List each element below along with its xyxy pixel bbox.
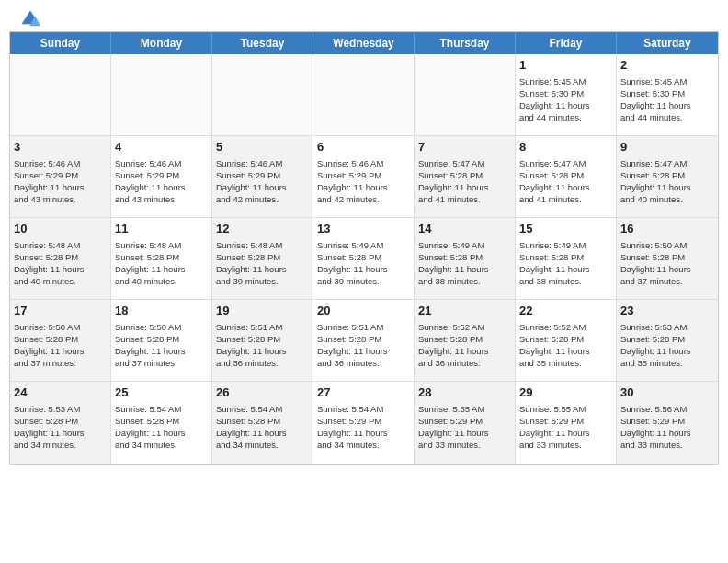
calendar-cell: 29Sunrise: 5:55 AM Sunset: 5:29 PM Dayli… xyxy=(516,382,617,464)
day-number: 13 xyxy=(317,221,410,237)
calendar-cell xyxy=(415,54,516,135)
calendar-cell: 23Sunrise: 5:53 AM Sunset: 5:28 PM Dayli… xyxy=(617,300,718,381)
day-info: Sunrise: 5:56 AM Sunset: 5:29 PM Dayligh… xyxy=(620,403,714,452)
day-number: 22 xyxy=(519,303,612,319)
page-header xyxy=(0,0,728,28)
calendar-cell: 26Sunrise: 5:54 AM Sunset: 5:28 PM Dayli… xyxy=(212,382,313,464)
calendar-week: 17Sunrise: 5:50 AM Sunset: 5:28 PM Dayli… xyxy=(10,300,718,382)
weekday-header: Monday xyxy=(111,32,212,54)
day-number: 15 xyxy=(519,221,612,237)
day-info: Sunrise: 5:45 AM Sunset: 5:30 PM Dayligh… xyxy=(519,75,612,124)
weekday-header: Tuesday xyxy=(212,32,313,54)
calendar-cell: 24Sunrise: 5:53 AM Sunset: 5:28 PM Dayli… xyxy=(10,382,111,464)
day-number: 20 xyxy=(317,303,410,319)
calendar-cell: 19Sunrise: 5:51 AM Sunset: 5:28 PM Dayli… xyxy=(212,300,313,381)
calendar-cell: 21Sunrise: 5:52 AM Sunset: 5:28 PM Dayli… xyxy=(415,300,516,381)
weekday-header: Thursday xyxy=(415,32,516,54)
day-number: 21 xyxy=(418,303,511,319)
day-number: 9 xyxy=(620,139,714,155)
day-info: Sunrise: 5:48 AM Sunset: 5:28 PM Dayligh… xyxy=(14,239,107,288)
weekday-header: Saturday xyxy=(617,32,718,54)
day-number: 10 xyxy=(14,221,107,237)
day-info: Sunrise: 5:48 AM Sunset: 5:28 PM Dayligh… xyxy=(115,239,208,288)
weekday-header: Sunday xyxy=(10,32,111,54)
calendar-cell xyxy=(313,54,415,135)
calendar: SundayMondayTuesdayWednesdayThursdayFrid… xyxy=(9,31,719,465)
day-number: 8 xyxy=(519,139,612,155)
day-info: Sunrise: 5:52 AM Sunset: 5:28 PM Dayligh… xyxy=(418,321,511,370)
day-number: 3 xyxy=(14,139,107,155)
day-number: 26 xyxy=(216,385,309,401)
calendar-cell: 8Sunrise: 5:47 AM Sunset: 5:28 PM Daylig… xyxy=(516,136,617,217)
day-info: Sunrise: 5:54 AM Sunset: 5:28 PM Dayligh… xyxy=(115,403,208,452)
day-number: 2 xyxy=(620,57,714,74)
day-info: Sunrise: 5:46 AM Sunset: 5:29 PM Dayligh… xyxy=(216,157,309,206)
calendar-cell: 10Sunrise: 5:48 AM Sunset: 5:28 PM Dayli… xyxy=(10,218,111,299)
day-number: 24 xyxy=(14,385,107,401)
day-number: 17 xyxy=(14,303,107,319)
calendar-cell: 2Sunrise: 5:45 AM Sunset: 5:30 PM Daylig… xyxy=(617,54,718,135)
calendar-cell xyxy=(212,54,313,135)
calendar-cell: 27Sunrise: 5:54 AM Sunset: 5:29 PM Dayli… xyxy=(313,382,415,464)
day-info: Sunrise: 5:53 AM Sunset: 5:28 PM Dayligh… xyxy=(14,403,107,452)
day-info: Sunrise: 5:46 AM Sunset: 5:29 PM Dayligh… xyxy=(115,157,208,206)
day-info: Sunrise: 5:47 AM Sunset: 5:28 PM Dayligh… xyxy=(418,157,511,206)
day-info: Sunrise: 5:49 AM Sunset: 5:28 PM Dayligh… xyxy=(317,239,410,288)
logo-icon xyxy=(20,9,40,29)
calendar-cell: 11Sunrise: 5:48 AM Sunset: 5:28 PM Dayli… xyxy=(111,218,212,299)
day-info: Sunrise: 5:50 AM Sunset: 5:28 PM Dayligh… xyxy=(115,321,208,370)
day-info: Sunrise: 5:54 AM Sunset: 5:29 PM Dayligh… xyxy=(317,403,410,452)
day-number: 19 xyxy=(216,303,309,319)
day-info: Sunrise: 5:46 AM Sunset: 5:29 PM Dayligh… xyxy=(317,157,410,206)
day-number: 14 xyxy=(418,221,511,237)
calendar-cell: 13Sunrise: 5:49 AM Sunset: 5:28 PM Dayli… xyxy=(313,218,415,299)
day-info: Sunrise: 5:55 AM Sunset: 5:29 PM Dayligh… xyxy=(519,403,612,452)
calendar-cell: 22Sunrise: 5:52 AM Sunset: 5:28 PM Dayli… xyxy=(516,300,617,381)
calendar-week: 24Sunrise: 5:53 AM Sunset: 5:28 PM Dayli… xyxy=(10,382,718,464)
day-info: Sunrise: 5:45 AM Sunset: 5:30 PM Dayligh… xyxy=(620,75,714,124)
day-info: Sunrise: 5:49 AM Sunset: 5:28 PM Dayligh… xyxy=(418,239,511,288)
calendar-cell: 20Sunrise: 5:51 AM Sunset: 5:28 PM Dayli… xyxy=(313,300,415,381)
day-info: Sunrise: 5:53 AM Sunset: 5:28 PM Dayligh… xyxy=(620,321,714,370)
day-number: 12 xyxy=(216,221,309,237)
day-number: 27 xyxy=(317,385,410,401)
day-number: 29 xyxy=(519,385,612,401)
calendar-cell: 28Sunrise: 5:55 AM Sunset: 5:29 PM Dayli… xyxy=(415,382,516,464)
calendar-cell: 30Sunrise: 5:56 AM Sunset: 5:29 PM Dayli… xyxy=(617,382,718,464)
calendar-cell: 3Sunrise: 5:46 AM Sunset: 5:29 PM Daylig… xyxy=(10,136,111,217)
day-number: 23 xyxy=(620,303,714,319)
calendar-cell: 17Sunrise: 5:50 AM Sunset: 5:28 PM Dayli… xyxy=(10,300,111,381)
day-number: 11 xyxy=(115,221,208,237)
calendar-cell: 4Sunrise: 5:46 AM Sunset: 5:29 PM Daylig… xyxy=(111,136,212,217)
calendar-cell: 18Sunrise: 5:50 AM Sunset: 5:28 PM Dayli… xyxy=(111,300,212,381)
day-number: 4 xyxy=(115,139,208,155)
day-info: Sunrise: 5:46 AM Sunset: 5:29 PM Dayligh… xyxy=(14,157,107,206)
day-info: Sunrise: 5:49 AM Sunset: 5:28 PM Dayligh… xyxy=(519,239,612,288)
day-number: 30 xyxy=(620,385,714,401)
day-info: Sunrise: 5:51 AM Sunset: 5:28 PM Dayligh… xyxy=(216,321,309,370)
weekday-header: Wednesday xyxy=(313,32,415,54)
calendar-cell xyxy=(111,54,212,135)
calendar-body: 1Sunrise: 5:45 AM Sunset: 5:30 PM Daylig… xyxy=(10,54,718,464)
calendar-week: 1Sunrise: 5:45 AM Sunset: 5:30 PM Daylig… xyxy=(10,54,718,136)
calendar-week: 10Sunrise: 5:48 AM Sunset: 5:28 PM Dayli… xyxy=(10,218,718,300)
calendar-cell xyxy=(10,54,111,135)
day-info: Sunrise: 5:47 AM Sunset: 5:28 PM Dayligh… xyxy=(519,157,612,206)
calendar-cell: 9Sunrise: 5:47 AM Sunset: 5:28 PM Daylig… xyxy=(617,136,718,217)
day-info: Sunrise: 5:52 AM Sunset: 5:28 PM Dayligh… xyxy=(519,321,612,370)
day-info: Sunrise: 5:50 AM Sunset: 5:28 PM Dayligh… xyxy=(620,239,714,288)
day-info: Sunrise: 5:55 AM Sunset: 5:29 PM Dayligh… xyxy=(418,403,511,452)
day-number: 5 xyxy=(216,139,309,155)
day-number: 18 xyxy=(115,303,208,319)
day-info: Sunrise: 5:51 AM Sunset: 5:28 PM Dayligh… xyxy=(317,321,410,370)
day-info: Sunrise: 5:54 AM Sunset: 5:28 PM Dayligh… xyxy=(216,403,309,452)
calendar-cell: 25Sunrise: 5:54 AM Sunset: 5:28 PM Dayli… xyxy=(111,382,212,464)
day-info: Sunrise: 5:48 AM Sunset: 5:28 PM Dayligh… xyxy=(216,239,309,288)
calendar-cell: 15Sunrise: 5:49 AM Sunset: 5:28 PM Dayli… xyxy=(516,218,617,299)
calendar-week: 3Sunrise: 5:46 AM Sunset: 5:29 PM Daylig… xyxy=(10,136,718,218)
weekday-header: Friday xyxy=(516,32,617,54)
calendar-cell: 14Sunrise: 5:49 AM Sunset: 5:28 PM Dayli… xyxy=(415,218,516,299)
day-number: 25 xyxy=(115,385,208,401)
calendar-header: SundayMondayTuesdayWednesdayThursdayFrid… xyxy=(10,32,718,54)
day-number: 6 xyxy=(317,139,410,155)
